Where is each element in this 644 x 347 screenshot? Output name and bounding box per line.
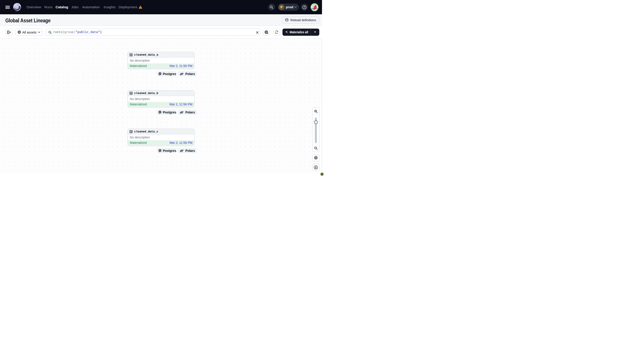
svg-text:?: ? bbox=[304, 6, 305, 8]
